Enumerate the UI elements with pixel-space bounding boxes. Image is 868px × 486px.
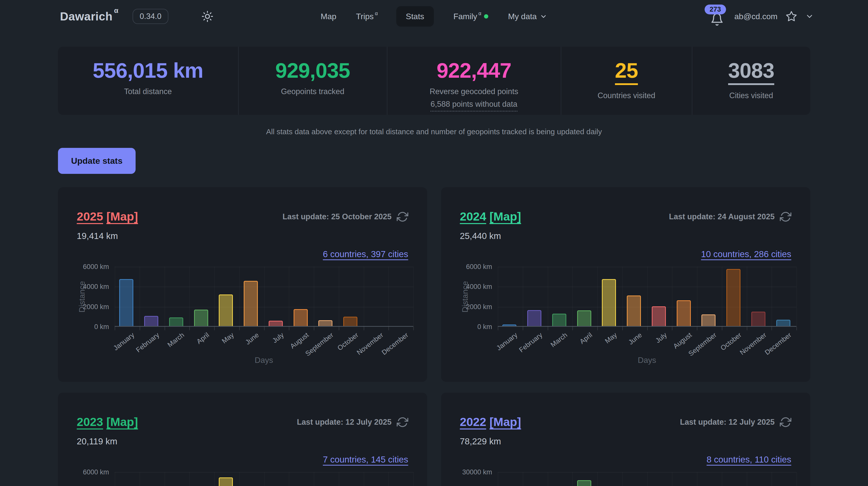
update-stats-button[interactable]: Update stats [58,148,135,174]
bar-april[interactable] [194,310,208,326]
brand: Dawarichα 0.34.0 [60,9,213,24]
nav-item-stats[interactable]: Stats [396,6,434,27]
last-update-text: Last update: 12 July 2025 [680,418,775,427]
refresh-icon[interactable] [397,417,408,428]
y-tick-label: 0 km [477,323,492,331]
refresh-icon[interactable] [397,211,408,223]
bar-january[interactable] [119,279,133,326]
year-map-link[interactable]: 2022 [Map] [460,415,521,429]
stat-value[interactable]: 3083 [728,60,774,85]
x-axis-title: Days [498,355,797,365]
stat-geopoints-tracked: 929,035 Geopoints tracked [238,47,387,115]
x-tick-label: December [380,331,409,356]
gridline [647,267,648,327]
gridline [389,472,389,486]
bar-july[interactable] [269,321,283,326]
x-tick-label: January [495,331,519,352]
bar-december[interactable] [776,320,790,326]
gridline [264,472,265,486]
stat-label: Cities visited [692,91,810,100]
year-map-link[interactable]: 2024 [Map] [460,209,521,223]
stat-countries-visited: 25 Countries visited [561,47,692,115]
gridline [314,472,314,486]
gridline [697,267,698,327]
plot-area [115,472,413,486]
notification-count-badge: 273 [705,4,726,15]
refresh-icon[interactable] [780,211,792,223]
bar-may[interactable] [219,294,233,326]
gridline [523,472,523,486]
bar-april[interactable] [577,480,591,486]
bar-june[interactable] [627,295,641,326]
x-tick-label: April [578,331,594,346]
axis-tick [572,327,573,330]
bar-april[interactable] [577,310,591,326]
axis-tick [622,327,623,330]
x-tick-label: May [603,331,618,345]
gridline [214,472,215,486]
bar-september[interactable] [702,314,715,326]
gridline [548,267,548,327]
axis-tick [164,327,165,330]
gridline [772,267,772,327]
bar-may[interactable] [219,478,233,486]
bar-august[interactable] [293,309,308,326]
year-map-link[interactable]: 2025 [Map] [77,209,138,223]
x-tick-label: July [654,331,669,345]
notifications-button[interactable]: 273 [710,6,724,26]
axis-tick [747,327,747,330]
nav-item-trips[interactable]: Tripsα [356,12,376,21]
stat-value[interactable]: 25 [615,60,638,85]
stats-summary-band: 556,015 km Total distance 929,035 Geopoi… [58,47,810,115]
nav-item-map[interactable]: Map [320,12,336,21]
nav-item-my-data[interactable]: My data [508,12,548,21]
gridline [622,267,623,327]
bar-august[interactable] [677,300,691,326]
gridline [498,472,498,486]
gridline [239,267,240,327]
gridline [523,267,523,327]
alpha-sup: α [478,10,482,17]
bar-january[interactable] [502,324,517,326]
stat-value: 556,015 km [93,60,203,81]
star-icon[interactable] [785,10,797,22]
bar-october[interactable] [726,269,741,326]
bar-september[interactable] [318,320,333,326]
gridline [189,267,190,327]
year-map-link[interactable]: 2023 [Map] [77,415,138,429]
year-distance: 20,119 km [77,436,408,447]
y-axis-ticks: 30000 km20000 km10000 km0 km [460,472,492,486]
monthly-distance-chart: Distance 6000 km4000 km2000 km0 km Janua… [77,472,408,486]
monthly-distance-chart: Distance 30000 km20000 km10000 km0 km Ja… [460,472,792,486]
y-tick-label: 4000 km [83,283,109,291]
user-menu-chevron-icon[interactable] [805,12,814,21]
bar-march[interactable] [169,317,183,326]
gridline [413,267,414,327]
navbar-right: 273 ab@cd.com [710,6,814,26]
alpha-sup: α [375,10,378,17]
countries-cities-link[interactable]: 7 countries, 145 cities [323,454,408,464]
bar-may[interactable] [602,279,616,326]
bar-november[interactable] [751,312,766,326]
countries-cities-link[interactable]: 8 countries, 110 cities [707,454,792,464]
theme-toggle-button[interactable] [202,10,213,22]
nav-item-family[interactable]: Familyα [454,12,489,21]
monthly-distance-chart: Distance 6000 km4000 km2000 km0 km Janua… [77,267,408,379]
gridline [722,472,722,486]
bar-february[interactable] [144,316,158,326]
bar-june[interactable] [244,281,258,326]
bar-march[interactable] [552,314,566,326]
refresh-icon[interactable] [780,417,792,428]
user-email[interactable]: ab@cd.com [735,12,777,21]
year-distance: 19,414 km [77,231,408,241]
bar-february[interactable] [527,310,541,326]
countries-cities-link[interactable]: 6 countries, 397 cities [323,249,408,259]
bar-october[interactable] [343,317,358,326]
bar-july[interactable] [652,306,666,326]
countries-cities-link[interactable]: 10 countries, 286 cities [701,249,792,259]
year-card-2022: 2022 [Map] Last update: 12 July 2025 78,… [441,393,810,486]
last-update-text: Last update: 24 August 2025 [669,212,775,221]
axis-tick [339,327,339,330]
points-without-data-link[interactable]: 6,588 points without data [431,100,518,112]
app-logo[interactable]: Dawarichα [60,9,117,23]
